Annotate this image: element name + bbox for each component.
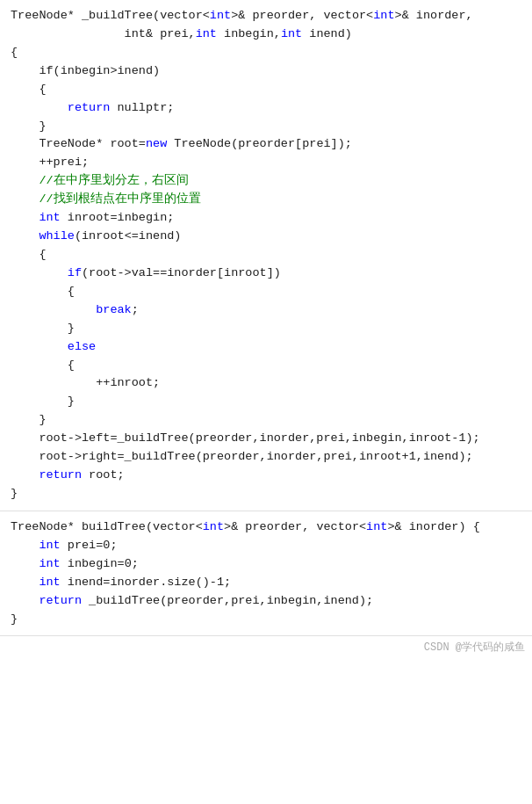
code-line: TreeNode* _buildTree(vector<int>& preord… <box>7 7 532 25</box>
code-line: //在中序里划分左，右区间 <box>7 172 532 191</box>
code-line: root->left=_buildTree(preorder,inorder,p… <box>7 430 532 448</box>
code-line: } <box>7 485 532 503</box>
code-line: { <box>7 246 532 264</box>
code-line: return nullptr; <box>7 99 532 118</box>
code-line: root->right=_buildTree(preorder,inorder,… <box>7 448 532 467</box>
code-line: } <box>7 320 532 338</box>
code-container: TreeNode* _buildTree(vector<int>& preord… <box>0 0 532 660</box>
code-line: if(root->val==inorder[inroot]) <box>7 264 532 283</box>
code-line: } <box>7 393 532 411</box>
code-line: int& prei,int inbegin,int inend) <box>7 25 532 44</box>
code-line: ++inroot; <box>7 374 532 393</box>
code-line: int prei=0; <box>7 537 532 555</box>
code-line: TreeNode* root=new TreeNode(preorder[pre… <box>7 135 532 154</box>
code-block-1: TreeNode* _buildTree(vector<int>& preord… <box>0 0 532 511</box>
code-line: return root; <box>7 467 532 485</box>
code-line: } <box>7 411 532 430</box>
code-line: int inbegin=0; <box>7 555 532 574</box>
code-line: { <box>7 357 532 375</box>
code-line: { <box>7 81 532 99</box>
code-line: int inroot=inbegin; <box>7 209 532 228</box>
code-line: TreeNode* buildTree(vector<int>& preorde… <box>7 518 532 537</box>
code-line: } <box>7 611 532 629</box>
code-line: { <box>7 44 532 62</box>
code-line: else <box>7 338 532 357</box>
code-line: { <box>7 283 532 301</box>
code-line: //找到根结点在中序里的位置 <box>7 191 532 209</box>
code-line: } <box>7 118 532 136</box>
code-line: if(inbegin>inend) <box>7 62 532 81</box>
code-line: int inend=inorder.size()-1; <box>7 574 532 592</box>
code-line: while(inroot<=inend) <box>7 228 532 246</box>
code-line: ++prei; <box>7 154 532 172</box>
code-line: return _buildTree(preorder,prei,inbegin,… <box>7 592 532 611</box>
watermark: CSDN @学代码的咸鱼 <box>0 636 532 660</box>
code-block-2: TreeNode* buildTree(vector<int>& preorde… <box>0 511 532 637</box>
code-line: break; <box>7 301 532 320</box>
